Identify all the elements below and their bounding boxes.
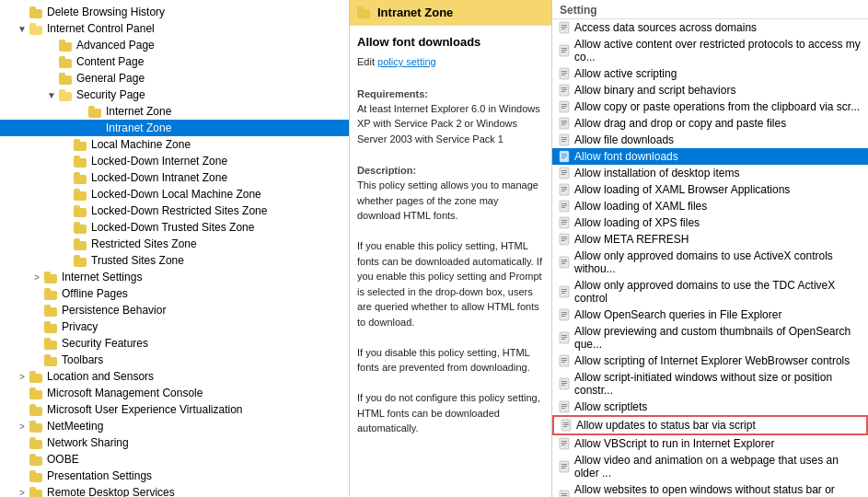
setting-label: Allow VBScript to run in Internet Explor… <box>574 437 774 450</box>
setting-label: Allow file downloads <box>574 133 674 146</box>
policy-title: Allow font downloads <box>350 26 551 54</box>
expand-arrow-icon[interactable]: > <box>29 272 44 283</box>
svg-rect-43 <box>561 207 565 208</box>
tree-item-label: Content Page <box>76 55 144 68</box>
tree-item-label: NetMeeting <box>47 420 103 433</box>
tree-item-content-page[interactable]: Content Page <box>0 53 349 70</box>
tree-item-label: Internet Settings <box>62 271 142 283</box>
setting-label: Allow active content over restricted pro… <box>574 38 862 64</box>
svg-rect-33 <box>561 170 567 171</box>
tree-item-network-sharing[interactable]: Network Sharing <box>0 434 349 451</box>
svg-rect-1 <box>561 25 567 26</box>
setting-item-allow-video-animation[interactable]: Allow video and animation on a webpage t… <box>552 452 868 481</box>
svg-rect-54 <box>561 261 567 262</box>
tree-item-microsoft-management-console[interactable]: Microsoft Management Console <box>0 385 349 401</box>
svg-rect-67 <box>561 339 565 340</box>
setting-item-allow-loading-xaml-files[interactable]: Allow loading of XAML files <box>552 198 868 214</box>
tree-item-intranet-zone[interactable]: Intranet Zone <box>0 120 349 136</box>
tree-item-privacy[interactable]: Privacy <box>0 318 349 335</box>
policy-icon <box>558 21 571 34</box>
setting-item-allow-installation-desktop[interactable]: Allow installation of desktop items <box>552 165 868 181</box>
tree-item-oobe[interactable]: OOBE <box>0 451 349 468</box>
tree-item-location-and-sensors[interactable]: >Location and Sensors <box>0 368 349 385</box>
tree-item-advanced-page[interactable]: Advanced Page <box>0 37 349 53</box>
svg-rect-51 <box>561 240 565 241</box>
settings-header: Setting <box>552 0 868 19</box>
setting-item-allow-only-approved-tdc[interactable]: Allow only approved domains to use the T… <box>552 277 868 306</box>
setting-item-allow-drag-drop[interactable]: Allow drag and drop or copy and paste fi… <box>552 115 868 132</box>
setting-item-allow-scripting-webbrowser[interactable]: Allow scripting of Internet Explorer Web… <box>552 353 868 369</box>
tree-item-delete-browsing[interactable]: Delete Browsing History <box>0 4 349 20</box>
middle-panel: Intranet Zone Allow font downloads Edit … <box>350 0 552 497</box>
tree-item-locked-down-intranet-zone[interactable]: Locked-Down Intranet Zone <box>0 169 349 186</box>
folder-icon <box>29 421 44 433</box>
setting-item-allow-scriptlets[interactable]: Allow scriptlets <box>552 399 868 415</box>
setting-item-allow-vbscript[interactable]: Allow VBScript to run in Internet Explor… <box>552 435 868 452</box>
tree-item-label: Locked-Down Intranet Zone <box>91 171 227 184</box>
policy-icon <box>558 377 571 390</box>
setting-label: Allow drag and drop or copy and paste fi… <box>574 117 786 130</box>
svg-rect-63 <box>561 316 565 317</box>
tree-item-locked-down-restricted-sites-zone[interactable]: Locked-Down Restricted Sites Zone <box>0 202 349 219</box>
tree-item-netmeeting[interactable]: >NetMeeting <box>0 418 349 434</box>
tree-item-locked-down-local-machine-zone[interactable]: Locked-Down Local Machine Zone <box>0 186 349 202</box>
setting-item-allow-updates-status-bar[interactable]: Allow updates to status bar via script <box>552 415 868 435</box>
setting-item-allow-opensearch[interactable]: Allow OpenSearch queries in File Explore… <box>552 306 868 323</box>
tree-item-label: Locked-Down Restricted Sites Zone <box>91 204 267 217</box>
tree-item-internet-settings[interactable]: >Internet Settings <box>0 269 349 285</box>
svg-rect-21 <box>561 121 567 121</box>
tree-item-remote-desktop-services[interactable]: >Remote Desktop Services <box>0 484 349 497</box>
setting-item-allow-meta-refresh[interactable]: Allow META REFRESH <box>552 231 868 248</box>
setting-item-allow-active-scripting[interactable]: Allow active scripting <box>552 65 868 82</box>
folder-icon <box>74 156 88 168</box>
setting-label: Allow only approved domains to use the T… <box>574 279 862 305</box>
policy-icon <box>558 331 571 344</box>
expand-arrow-icon[interactable]: ▼ <box>15 24 29 34</box>
tree-item-offline-pages[interactable]: Offline Pages <box>0 285 349 302</box>
tree-item-general-page[interactable]: General Page <box>0 70 349 87</box>
policy-icon <box>558 100 571 113</box>
tree-item-locked-down-trusted-sites-zone[interactable]: Locked-Down Trusted Sites Zone <box>0 219 349 236</box>
svg-rect-69 <box>561 358 567 359</box>
setting-item-allow-previewing-thumbnails[interactable]: Allow previewing and custom thumbnails o… <box>552 323 868 353</box>
tree-item-toolbars[interactable]: Toolbars <box>0 352 349 368</box>
tree-item-internet-control-panel[interactable]: ▼Internet Control Panel <box>0 20 349 37</box>
policy-icon <box>558 490 571 497</box>
svg-rect-35 <box>561 174 565 175</box>
setting-item-allow-loading-xaml-browser[interactable]: Allow loading of XAML Browser Applicatio… <box>552 181 868 198</box>
setting-item-allow-file-downloads[interactable]: Allow file downloads <box>552 132 868 148</box>
svg-rect-19 <box>561 108 565 109</box>
expand-arrow-icon[interactable]: > <box>15 422 29 432</box>
folder-icon <box>29 470 44 482</box>
setting-item-access-data-sources[interactable]: Access data sources across domains <box>552 19 868 36</box>
tree-item-restricted-sites-zone[interactable]: Restricted Sites Zone <box>0 236 349 252</box>
tree-item-microsoft-user-experience[interactable]: Microsoft User Experience Virtualization <box>0 401 349 418</box>
setting-item-allow-only-approved-activex[interactable]: Allow only approved domains to use Activ… <box>552 248 868 277</box>
setting-item-allow-font-downloads[interactable]: Allow font downloads <box>552 148 868 165</box>
setting-item-allow-websites-no-status-bar[interactable]: Allow websites to open windows without s… <box>552 481 868 497</box>
tree-item-security-features[interactable]: Security Features <box>0 335 349 352</box>
tree-item-trusted-sites-zone[interactable]: Trusted Sites Zone <box>0 252 349 269</box>
setting-item-allow-binary-script[interactable]: Allow binary and script behaviors <box>552 82 868 98</box>
expand-arrow-icon[interactable]: ▼ <box>44 90 59 100</box>
tree-item-internet-zone[interactable]: Internet Zone <box>0 103 349 120</box>
setting-item-allow-loading-xps-files[interactable]: Allow loading of XPS files <box>552 214 868 231</box>
expand-arrow-icon[interactable]: > <box>15 372 29 382</box>
svg-rect-9 <box>561 71 567 72</box>
tree-item-persistence-behavior[interactable]: Persistence Behavior <box>0 302 349 318</box>
setting-item-allow-active-content[interactable]: Allow active content over restricted pro… <box>552 36 868 65</box>
setting-item-allow-script-initiated[interactable]: Allow script-initiated windows without s… <box>552 369 868 399</box>
svg-rect-86 <box>561 443 567 444</box>
tree-item-local-machine-zone[interactable]: Local Machine Zone <box>0 136 349 153</box>
svg-rect-66 <box>561 337 567 338</box>
svg-rect-79 <box>561 408 565 409</box>
tree-item-presentation-settings[interactable]: Presentation Settings <box>0 468 349 484</box>
tree-item-locked-down-internet-zone[interactable]: Locked-Down Internet Zone <box>0 153 349 169</box>
setting-label: Access data sources across domains <box>574 21 757 34</box>
tree-item-label: Security Page <box>76 88 145 101</box>
expand-arrow-icon[interactable]: > <box>15 488 29 498</box>
setting-item-allow-copy-paste[interactable]: Allow copy or paste operations from the … <box>552 98 868 115</box>
tree-item-security-page[interactable]: ▼Security Page <box>0 87 349 103</box>
policy-setting-link[interactable]: policy setting <box>377 56 436 67</box>
edit-label: Edit <box>357 56 375 67</box>
